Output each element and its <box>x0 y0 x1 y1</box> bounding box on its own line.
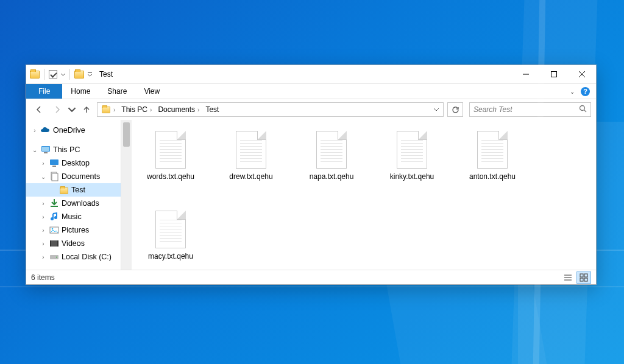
maximize-button[interactable] <box>540 65 568 84</box>
svg-point-15 <box>51 217 54 220</box>
document-icon <box>397 131 427 169</box>
tree-item-localdisk[interactable]: › Local Disk (C:) <box>26 250 121 264</box>
chevron-right-icon[interactable]: › <box>40 254 47 261</box>
qat-customize-icon[interactable] <box>88 72 92 77</box>
svg-rect-19 <box>50 240 58 247</box>
body: › OneDrive ⌄ This PC › Desktop ⌄ Documen… <box>26 120 596 270</box>
file-name: drew.txt.qehu <box>229 172 272 181</box>
breadcrumb-test[interactable]: Test <box>203 103 221 116</box>
svg-rect-10 <box>50 159 58 165</box>
tree-item-downloads[interactable]: › Downloads <box>26 197 121 210</box>
pictures-icon <box>49 225 59 235</box>
large-icons-view-button[interactable] <box>576 271 591 284</box>
file-item[interactable]: anton.txt.qehu <box>464 128 520 184</box>
tree-label: Desktop <box>62 159 90 167</box>
tree-item-desktop[interactable]: › Desktop <box>26 156 121 170</box>
tree-label: This PC <box>53 145 80 154</box>
tab-share[interactable]: Share <box>99 84 135 99</box>
tree-label: Music <box>62 212 82 221</box>
file-grid: words.txt.qehudrew.txt.qehunapa.txt.qehu… <box>143 128 591 264</box>
scrollbar-thumb[interactable] <box>123 122 130 147</box>
chevron-right-icon[interactable]: › <box>40 200 47 207</box>
breadcrumb-label: Test <box>205 105 219 114</box>
search-box[interactable] <box>469 102 591 117</box>
minimize-button[interactable] <box>512 65 540 84</box>
folder-icon <box>30 71 40 79</box>
navigation-pane: › OneDrive ⌄ This PC › Desktop ⌄ Documen… <box>26 120 121 270</box>
file-tab[interactable]: File <box>26 84 62 99</box>
file-item[interactable]: words.txt.qehu <box>143 128 199 184</box>
tree-label: Pictures <box>62 226 89 234</box>
music-icon <box>49 212 59 222</box>
svg-point-16 <box>54 216 57 219</box>
tree-item-pictures[interactable]: › Pictures <box>26 223 121 237</box>
tree-item-thispc[interactable]: ⌄ This PC <box>26 143 121 156</box>
recent-locations-button[interactable] <box>68 102 76 117</box>
qat-dropdown-icon[interactable] <box>61 72 65 77</box>
tree-item-documents[interactable]: ⌄ Documents <box>26 170 121 183</box>
file-item[interactable]: kinky.txt.qehu <box>384 128 440 184</box>
chevron-right-icon[interactable]: › <box>40 214 47 220</box>
tab-home[interactable]: Home <box>62 84 99 99</box>
breadcrumb-label: This PC <box>121 105 147 114</box>
breadcrumb-label: Documents <box>158 105 195 114</box>
properties-icon[interactable] <box>49 70 57 79</box>
svg-rect-30 <box>584 278 587 281</box>
file-name: words.txt.qehu <box>147 172 194 181</box>
refresh-button[interactable] <box>447 102 463 117</box>
quick-access-toolbar <box>26 69 96 80</box>
chevron-down-icon[interactable]: ⌄ <box>31 147 38 153</box>
svg-rect-28 <box>584 274 587 277</box>
file-item[interactable]: drew.txt.qehu <box>223 128 279 184</box>
tree-item-videos[interactable]: › Videos <box>26 237 121 250</box>
chevron-down-icon[interactable]: ⌄ <box>40 173 47 180</box>
tree-label: Documents <box>62 172 100 181</box>
file-name: kinky.txt.qehu <box>390 172 434 181</box>
svg-rect-13 <box>52 173 58 181</box>
file-name: anton.txt.qehu <box>469 172 516 181</box>
svg-rect-8 <box>42 147 49 151</box>
document-icon <box>477 131 508 169</box>
tree-label: Test <box>71 186 85 194</box>
search-icon[interactable] <box>579 104 587 115</box>
svg-line-6 <box>584 110 587 113</box>
breadcrumb-root[interactable]: › <box>99 103 118 116</box>
chevron-right-icon[interactable]: › <box>40 240 47 247</box>
file-item[interactable]: macy.txt.qehu <box>143 208 199 264</box>
file-name: macy.txt.qehu <box>148 252 193 261</box>
chevron-right-icon[interactable]: › <box>31 127 38 134</box>
search-input[interactable] <box>473 105 579 114</box>
folder-icon <box>102 106 110 113</box>
forward-button[interactable] <box>49 102 65 117</box>
breadcrumb-thispc[interactable]: This PC › <box>119 103 154 116</box>
address-history-button[interactable] <box>431 107 442 113</box>
tab-view[interactable]: View <box>135 84 168 99</box>
breadcrumb-documents[interactable]: Documents › <box>155 103 202 116</box>
chevron-right-icon[interactable]: › <box>40 160 47 167</box>
content-pane[interactable]: words.txt.qehudrew.txt.qehunapa.txt.qehu… <box>132 120 596 270</box>
file-item[interactable]: napa.txt.qehu <box>303 128 360 184</box>
tree-label: Downloads <box>62 199 99 208</box>
window-title: Test <box>99 70 113 79</box>
tree-label: OneDrive <box>53 126 85 135</box>
status-bar: 6 items <box>26 270 596 284</box>
tree-item-music[interactable]: › Music <box>26 210 121 223</box>
svg-rect-0 <box>88 72 92 73</box>
ribbon-expand-icon[interactable]: ⌄ <box>570 88 575 95</box>
up-button[interactable] <box>79 102 94 117</box>
nav-scrollbar[interactable] <box>121 120 132 270</box>
folder-icon <box>59 185 69 195</box>
close-button[interactable] <box>568 65 596 84</box>
tree-item-test[interactable]: Test <box>26 183 121 197</box>
back-button[interactable] <box>31 102 47 117</box>
file-name: napa.txt.qehu <box>310 172 354 181</box>
details-view-button[interactable] <box>561 271 575 284</box>
chevron-right-icon[interactable]: › <box>40 227 47 234</box>
help-icon[interactable]: ? <box>581 87 590 96</box>
computer-icon <box>41 145 51 155</box>
tree-item-onedrive[interactable]: › OneDrive <box>26 124 121 137</box>
new-folder-icon[interactable] <box>74 71 84 79</box>
ribbon: File Home Share View ⌄ ? <box>26 84 596 99</box>
address-bar[interactable]: › This PC › Documents › Test <box>97 102 444 117</box>
tree-label: Videos <box>62 239 85 248</box>
